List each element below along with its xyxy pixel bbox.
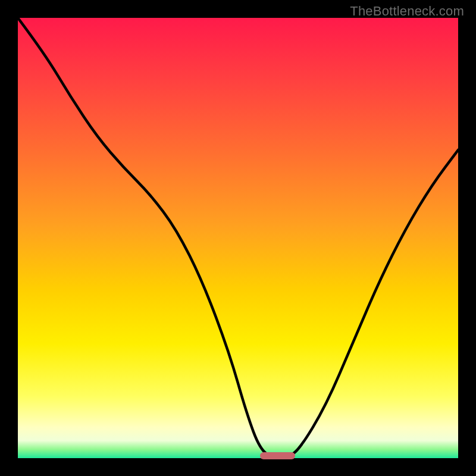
bottleneck-curve (18, 18, 458, 458)
curve-path (18, 18, 458, 458)
chart-stage: TheBottleneck.com (0, 0, 476, 476)
optimal-range-marker (260, 452, 295, 459)
watermark-text: TheBottleneck.com (350, 4, 464, 19)
plot-area (18, 18, 458, 458)
